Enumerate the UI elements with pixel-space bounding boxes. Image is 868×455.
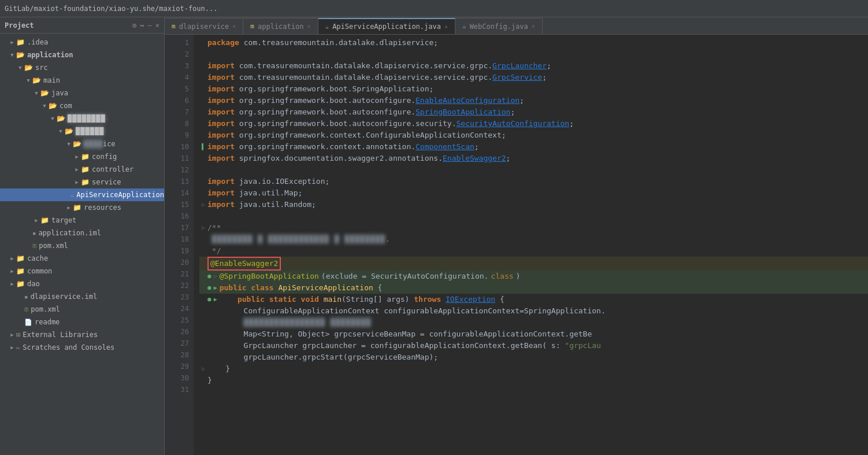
tree-label: Scratches and Consoles [23, 343, 114, 352]
tree-item-resources[interactable]: ▶ 📁 resources [0, 201, 164, 214]
code-line: import org.springframework.boot.autoconf… [199, 118, 868, 130]
sidebar-title: Project [5, 21, 34, 29]
folder-icon: 📁 [81, 165, 90, 173]
tree-item-pom-xml-root[interactable]: ▶ m pom.xml [0, 303, 164, 316]
close-icon[interactable]: × [155, 21, 159, 29]
tree-label: service [92, 178, 121, 186]
tree-item-idea[interactable]: ▶ 📁 .idea [0, 36, 164, 49]
tab-application[interactable]: m application × [243, 18, 318, 34]
tree-item-scratches[interactable]: ▶ ✏ Scratches and Consoles [0, 341, 164, 354]
code-line: import java.io.IOException; [199, 176, 868, 187]
arrow-icon: ▶ [73, 167, 81, 172]
code-line: ConfigurableApplicationContext configura… [199, 305, 868, 317]
gear-icon[interactable]: ⚙ [132, 21, 136, 29]
arrow-icon: ▶ [16, 319, 24, 325]
arrow-icon: ▶ [16, 294, 24, 299]
code-line: ████████ █ ████████████ █ ████████. [199, 234, 868, 245]
m-icon: m [250, 23, 254, 30]
line-numbers: 1 2 3 4 5 6 7 8 9 10 11 12 13 14 15 16 1… [165, 35, 194, 455]
tree-item-application-iml[interactable]: ▶ ▪ application.iml [0, 227, 164, 239]
tree-item-external-libraries[interactable]: ▶ ⊞ External Libraries [0, 328, 164, 341]
tree-item-target[interactable]: ▶ 📁 target [0, 214, 164, 227]
tree-label: application [27, 51, 73, 59]
library-icon: ⊞ [16, 331, 20, 339]
tree-item-cache[interactable]: ▶ 📁 cache [0, 252, 164, 265]
code-line-annotation: @EnableSwagger2 [199, 257, 868, 271]
tree-label: ████ice [84, 140, 116, 148]
tree-item-blurred1[interactable]: ▼ 📂 ████████ [0, 112, 164, 125]
folder-icon: 📂 [65, 127, 73, 135]
code-line: import org.springframework.boot.autoconf… [199, 95, 868, 106]
arrow-icon: ▼ [49, 116, 57, 121]
code-line [199, 386, 868, 398]
folder-icon: 📂 [24, 64, 33, 72]
arrow-icon: ▼ [57, 128, 65, 134]
project-tree: ▶ 📁 .idea ▼ 📂 application ▼ 📂 src [0, 34, 164, 455]
code-line: */ [199, 245, 868, 257]
tree-item-main[interactable]: ▼ 📂 main [0, 74, 164, 87]
tab-label: WebConfig.java [470, 23, 528, 31]
arrow-icon: ▶ [24, 243, 32, 249]
tab-dlapiservice[interactable]: m dlapiservice × [165, 18, 243, 34]
folder-icon: 📂 [49, 102, 57, 110]
tree-label: java [51, 89, 68, 97]
tree-item-dlapiservice-iml[interactable]: ▶ ▪ dlapiservice.iml [0, 290, 164, 303]
code-editor[interactable]: 1 2 3 4 5 6 7 8 9 10 11 12 13 14 15 16 1… [165, 35, 868, 455]
code-line: GrpcLauncher grpcLauncher = configurable… [199, 340, 868, 352]
code-line: ● ▶ public class ApiServiceApplication { [199, 282, 868, 294]
tree-item-blurred2[interactable]: ▼ 📂 ██████ [0, 125, 164, 138]
arrow-icon: ▶ [8, 345, 16, 350]
tree-label: target [51, 216, 76, 224]
folder-icon: 📁 [16, 38, 25, 46]
tree-item-config[interactable]: ▶ 📁 config [0, 150, 164, 163]
tree-item-com[interactable]: ▼ 📂 com [0, 99, 164, 112]
tree-item-service[interactable]: ▶ 📁 service [0, 176, 164, 188]
tree-label: .idea [27, 38, 48, 46]
tree-label: ApiServiceApplication [76, 191, 164, 199]
tree-label: ████████ [68, 114, 106, 123]
folder-icon: 📁 [73, 204, 81, 212]
tab-webconfig[interactable]: ☕ WebConfig.java × [455, 18, 543, 34]
code-line: ▷ import java.util.Random; [199, 199, 868, 210]
tree-item-java[interactable]: ▼ 📂 java [0, 87, 164, 99]
tab-close[interactable]: × [307, 23, 310, 29]
minimize-icon[interactable]: — [148, 21, 152, 29]
tree-label: common [27, 267, 52, 275]
code-line: import org.springframework.context.Confi… [199, 130, 868, 141]
split-icon[interactable]: ↔ [140, 21, 144, 29]
tab-close[interactable]: × [532, 23, 535, 29]
tab-label: ApiServiceApplication.java [332, 23, 441, 31]
tree-item-dao[interactable]: ▶ 📁 dao [0, 278, 164, 290]
tree-item-pom-xml-app[interactable]: ▶ m pom.xml [0, 239, 164, 252]
tab-label: dlapiservice [179, 23, 229, 31]
tree-label: ██████ [76, 127, 104, 135]
code-content[interactable]: package com.treasuremountain.datalake.dl… [194, 35, 868, 455]
code-line: ▷ /** [199, 222, 868, 234]
tree-item-common[interactable]: ▶ 📁 common [0, 265, 164, 278]
arrow-icon: ▶ [63, 192, 70, 198]
tree-item-application[interactable]: ▼ 📂 application [0, 49, 164, 61]
tab-close[interactable]: × [444, 24, 448, 30]
arrow-icon: ▼ [32, 90, 40, 96]
folder-icon: 📁 [81, 178, 90, 186]
code-line: grpcLauncher.grpcStart(grpcServiceBeanMa… [199, 352, 868, 363]
folder-icon: 📁 [81, 153, 90, 161]
title-bar-text: GitLab/maxiot-foundation/xiao-yu.she/max… [5, 5, 217, 13]
java-file-icon: ☕ [70, 191, 74, 199]
tree-item-readme[interactable]: ▶ 📄 readme [0, 316, 164, 328]
tree-item-service-dir[interactable]: ▼ 📂 ████ice [0, 138, 164, 150]
tree-item-controller[interactable]: ▶ 📁 controller [0, 163, 164, 176]
tree-label: com [60, 102, 72, 110]
tree-label: dlapiservice.iml [31, 293, 98, 301]
arrow-icon: ▶ [16, 306, 24, 312]
scratches-icon: ✏ [16, 343, 20, 352]
tree-item-src[interactable]: ▼ 📂 src [0, 61, 164, 74]
tab-api-service-application[interactable]: ☕ ApiServiceApplication.java × [318, 18, 456, 34]
arrow-icon: ▶ [24, 230, 32, 236]
tree-label: config [92, 153, 117, 161]
code-line [199, 49, 868, 60]
code-line: import com.treasuremountain.datalake.dla… [199, 60, 868, 72]
folder-icon: 📁 [16, 267, 25, 275]
tab-close[interactable]: × [232, 23, 236, 29]
tree-item-api-service-app[interactable]: ▶ ☕ ApiServiceApplication [0, 188, 164, 201]
